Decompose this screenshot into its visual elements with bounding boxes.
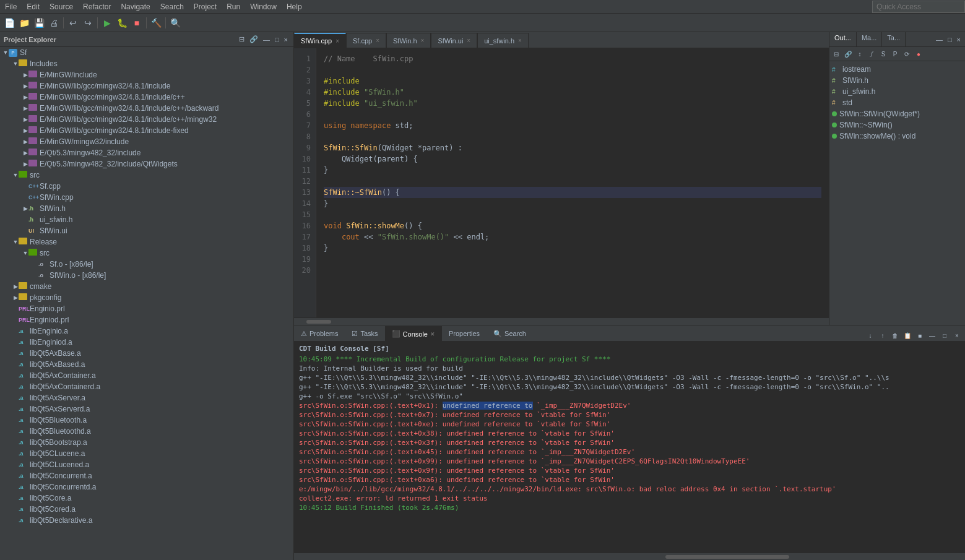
- menu-file[interactable]: File: [0, 1, 22, 12]
- panel-close-btn[interactable]: ×: [282, 35, 290, 44]
- tree-item-cmake[interactable]: ▶cmake: [0, 281, 293, 292]
- editor-tab-SfWin-ui[interactable]: SfWin.ui×: [431, 33, 477, 48]
- toolbar-undo-btn[interactable]: ↩: [66, 16, 80, 30]
- outline-item-iostream[interactable]: #iostream: [832, 64, 963, 75]
- editor-tab-SfWin-cpp[interactable]: SfWin.cpp×: [294, 33, 346, 48]
- outline-fields-btn[interactable]: 𝑓: [866, 48, 877, 59]
- tree-item-enginiod-prl[interactable]: PRLEnginiod.prl: [0, 314, 293, 325]
- code-line-18[interactable]: }: [324, 243, 821, 254]
- code-editor[interactable]: 1234567891011121314151617181920 // Name …: [294, 48, 829, 317]
- tab-close-icon[interactable]: ×: [467, 37, 470, 44]
- tree-arrow-sfwin-h[interactable]: ▶: [22, 205, 28, 212]
- tree-item-enginio-prl[interactable]: PRLEnginio.prl: [0, 303, 293, 314]
- console-copy-btn[interactable]: 📋: [902, 330, 913, 341]
- toolbar-search-btn[interactable]: 🔍: [168, 16, 182, 30]
- outline-tab[interactable]: Out...: [829, 32, 857, 46]
- tree-arrow-inc9[interactable]: ▶: [22, 161, 28, 167]
- tree-item-sfwin-ui[interactable]: UISfWin.ui: [0, 225, 293, 236]
- code-line-3[interactable]: #include: [324, 75, 821, 87]
- outline-link-btn[interactable]: 🔗: [842, 48, 854, 59]
- tree-item-inc2[interactable]: ▶E/MinGW/lib/gcc/mingw32/4.8.1/include: [0, 80, 293, 92]
- tree-item-libqt5axserver-a[interactable]: .alibQt5AxServer.a: [0, 392, 293, 403]
- tree-item-libqt5axbased-a[interactable]: .alibQt5AxBased.a: [0, 359, 293, 370]
- properties-tab[interactable]: Properties: [442, 326, 487, 341]
- tree-item-libqt5axcontainerd-a[interactable]: .alibQt5AxContainerd.a: [0, 381, 293, 392]
- outline-item-SfWin--showMe-----void[interactable]: SfWin::showMe() : void: [832, 131, 963, 142]
- tab-close-icon[interactable]: ×: [335, 38, 339, 45]
- toolbar-debug-btn[interactable]: 🐛: [115, 16, 129, 30]
- panel-min-btn[interactable]: —: [261, 35, 272, 44]
- code-line-13[interactable]: SfWin::~SfWin() {: [324, 187, 821, 198]
- tree-item-libqt5core-a[interactable]: .alibQt5Core.a: [0, 493, 293, 504]
- editor-tab-SfWin-h[interactable]: SfWin.h×: [386, 33, 431, 48]
- tree-arrow-pkgconfig[interactable]: ▶: [12, 295, 19, 301]
- tree-arrow-inc5[interactable]: ▶: [22, 116, 28, 123]
- tab-close-icon[interactable]: ×: [518, 37, 522, 44]
- tree-item-inc7[interactable]: ▶E/MinGW/mingw32/include: [0, 136, 293, 147]
- quick-access-input[interactable]: [872, 1, 965, 13]
- editor-tab-ui_sfwin-h[interactable]: ui_sfwin.h×: [477, 33, 529, 48]
- tree-item-libenginioD-a[interactable]: .alibEnginiod.a: [0, 337, 293, 348]
- tree-item-libqt5bluetoothd-a[interactable]: .alibQt5Bluetoothd.a: [0, 426, 293, 437]
- menu-project[interactable]: Project: [189, 1, 222, 12]
- outline-sort-btn[interactable]: ↕: [854, 48, 865, 59]
- code-line-6[interactable]: [324, 109, 821, 120]
- menu-refactor[interactable]: Refactor: [78, 1, 116, 12]
- toolbar-stop-btn[interactable]: ■: [130, 16, 144, 30]
- tree-item-sf-cpp[interactable]: C++Sf.cpp: [0, 181, 293, 192]
- tree-item-libqt5axcontainer-a[interactable]: .alibQt5AxContainer.a: [0, 370, 293, 381]
- tree-item-ui-sfwin-h[interactable]: .hui_sfwin.h: [0, 214, 293, 225]
- tree-arrow-inc3[interactable]: ▶: [22, 94, 28, 100]
- code-line-2[interactable]: [324, 64, 821, 75]
- outline-filter-btn[interactable]: ●: [913, 48, 924, 59]
- outline-item-std[interactable]: #std: [832, 97, 963, 108]
- console-scroll-down-btn[interactable]: ↓: [865, 330, 876, 341]
- outline-static-btn[interactable]: S: [878, 48, 889, 59]
- tree-arrow-inc7[interactable]: ▶: [22, 139, 28, 145]
- tree-item-sfwin-cpp[interactable]: C++SfWin.cpp: [0, 192, 293, 203]
- tree-arrow-cmake[interactable]: ▶: [12, 283, 19, 290]
- code-line-4[interactable]: #include "SfWin.h": [324, 87, 821, 98]
- tasks-tab[interactable]: Ta...: [882, 32, 906, 46]
- console-min-btn[interactable]: —: [927, 330, 938, 341]
- code-line-12[interactable]: [324, 176, 821, 187]
- tree-arrow-inc2[interactable]: ▶: [22, 83, 28, 89]
- code-line-17[interactable]: cout << "SfWin.showMe()" << endl;: [324, 231, 821, 243]
- tree-arrow-includes[interactable]: ▼: [12, 61, 19, 67]
- outline-sync-btn[interactable]: ⟳: [901, 48, 912, 59]
- code-line-1[interactable]: // Name SfWin.cpp: [324, 53, 821, 64]
- panel-collapse-btn[interactable]: ⊟: [237, 35, 246, 44]
- code-line-19[interactable]: [324, 254, 821, 265]
- outline-item-SfWin-h[interactable]: #SfWin.h: [832, 75, 963, 86]
- tree-item-libqt5axbase-a[interactable]: .alibQt5AxBase.a: [0, 348, 293, 359]
- console-content[interactable]: CDT Build Console [Sf] 10:45:09 **** Inc…: [294, 342, 965, 553]
- editor-hscroll-thumb[interactable]: [306, 320, 331, 324]
- console-close-btn[interactable]: ×: [951, 330, 963, 341]
- tasks-tab-btn[interactable]: ☑ Tasks: [345, 326, 384, 341]
- tree-item-sf-o[interactable]: .oSf.o - [x86/le]: [0, 259, 293, 270]
- tree-arrow-src-folder[interactable]: ▼: [12, 172, 19, 178]
- tree-item-libqt5clucened-a[interactable]: .alibQt5CLucened.a: [0, 459, 293, 470]
- menu-search[interactable]: Search: [155, 1, 189, 12]
- code-line-9[interactable]: SfWin::SfWin(QWidget *parent) :: [324, 142, 821, 153]
- tree-arrow-inc8[interactable]: ▶: [22, 150, 28, 156]
- panel-link-btn[interactable]: 🔗: [248, 35, 260, 44]
- menu-window[interactable]: Window: [245, 1, 282, 12]
- tree-item-sf-root[interactable]: ▼PSf: [0, 47, 293, 58]
- tree-item-libqt5cored-a[interactable]: .alibQt5Cored.a: [0, 504, 293, 515]
- tree-item-libqt5axserverd-a[interactable]: .alibQt5AxServerd.a: [0, 403, 293, 415]
- console-close-icon[interactable]: ✕: [430, 331, 435, 337]
- tree-arrow-inc6[interactable]: ▶: [22, 127, 28, 134]
- toolbar-new-btn[interactable]: 📄: [2, 16, 16, 30]
- tree-item-inc5[interactable]: ▶E/MinGW/lib/gcc/mingw32/4.8.1/include/c…: [0, 114, 293, 125]
- outline-collapse-all-btn[interactable]: ⊟: [831, 48, 842, 59]
- menu-navigate[interactable]: Navigate: [116, 1, 155, 12]
- toolbar-run-btn[interactable]: ▶: [100, 16, 114, 30]
- toolbar-build-btn[interactable]: 🔨: [149, 16, 163, 30]
- tree-item-sfwin-o[interactable]: .oSfWin.o - [x86/le]: [0, 270, 293, 281]
- menu-help[interactable]: Help: [282, 1, 307, 12]
- tree-arrow-release-folder[interactable]: ▼: [12, 239, 19, 245]
- marks-tab[interactable]: Ma...: [857, 32, 882, 46]
- tree-item-src-folder[interactable]: ▼src: [0, 170, 293, 181]
- menu-edit[interactable]: Edit: [22, 1, 45, 12]
